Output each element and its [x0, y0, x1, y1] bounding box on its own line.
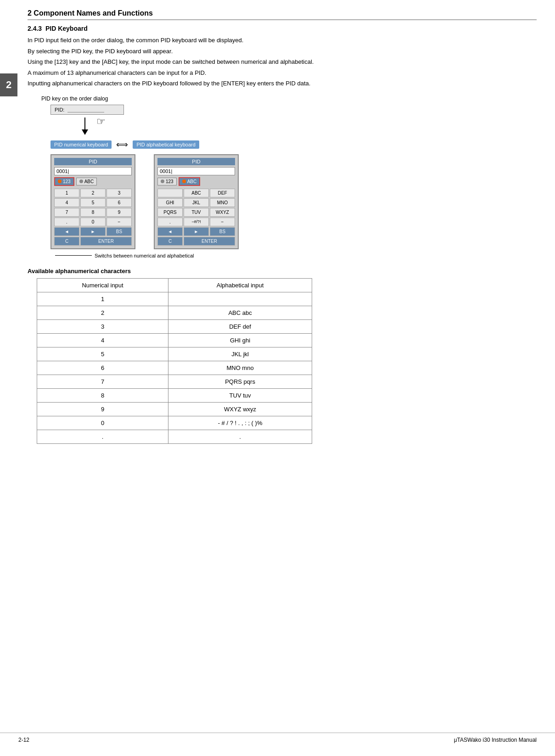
key-9[interactable]: 9	[107, 208, 132, 217]
table-cell-num: 1	[37, 292, 168, 306]
key-left-arrow-alpha[interactable]: ◄	[157, 227, 183, 236]
numerical-keyboard: PID 0001| 123 ABC 1 2	[50, 154, 135, 249]
key-7[interactable]: 7	[54, 208, 79, 217]
key-mno[interactable]: MNO	[210, 198, 235, 207]
alpha-kbd-title: PID	[157, 158, 235, 165]
char-table: Numerical input Alphabetical input 12ABC…	[37, 278, 312, 444]
table-cell-alpha: .	[168, 430, 312, 443]
table-cell-alpha: JKL jkl	[168, 347, 312, 361]
key-empty[interactable]	[157, 189, 183, 197]
key-minus[interactable]: −	[107, 218, 132, 226]
table-cell-num: 7	[37, 375, 168, 388]
key-enter[interactable]: ENTER	[80, 237, 132, 246]
table-cell-num: 4	[37, 333, 168, 347]
table-row: 8TUV tuv	[37, 388, 312, 402]
key-c[interactable]: C	[54, 237, 79, 246]
hand-icon: ☞	[96, 116, 106, 128]
table-cell-num: 0	[37, 416, 168, 430]
key-abc[interactable]: ABC	[184, 189, 209, 197]
key-6[interactable]: 6	[107, 198, 132, 207]
radio-dot-abc-alpha	[182, 179, 186, 183]
col-numerical-header: Numerical input	[37, 278, 168, 292]
radio-dot-123-alpha	[161, 179, 164, 183]
numerical-keys: 1 2 3 4 5 6 7 8 9 . 0 − ◄ ► BS C ENTER	[54, 189, 132, 246]
radio-dot-123	[58, 179, 62, 183]
table-row: 1	[37, 292, 312, 306]
table-cell-alpha: GHI ghi	[168, 333, 312, 347]
key-2[interactable]: 2	[80, 189, 106, 197]
table-cell-num: 9	[37, 402, 168, 416]
alphabetical-keyboard: PID 0001| 123 ABC ABC	[154, 154, 239, 249]
label-alphabetical: PID alphabetical keyboard	[133, 140, 199, 149]
key-enter-alpha[interactable]: ENTER	[184, 237, 235, 246]
table-row: 5JKL jkl	[37, 347, 312, 361]
key-4[interactable]: 4	[54, 198, 79, 207]
numerical-mode-row: 123 ABC	[54, 177, 132, 186]
page-footer: 2-12 μTASWako i30 Instruction Manual	[0, 733, 555, 747]
key-ghi[interactable]: GHI	[157, 198, 183, 207]
key-1[interactable]: 1	[54, 189, 79, 197]
arrow-down-icon	[78, 118, 92, 136]
svg-marker-1	[82, 129, 88, 135]
table-cell-alpha	[168, 292, 312, 306]
key-0[interactable]: 0	[80, 218, 106, 226]
table-cell-num: 5	[37, 347, 168, 361]
table-cell-alpha: MNO mno	[168, 361, 312, 375]
body-para-3: Using the [123] key and the [ABC] key, t…	[28, 57, 537, 67]
keyboard-labels: PID numerical keyboard ⟺ PID alphabetica…	[50, 140, 537, 150]
key-def[interactable]: DEF	[210, 189, 235, 197]
radio-dot-abc	[79, 179, 83, 183]
table-cell-alpha: PQRS pqrs	[168, 375, 312, 388]
table-cell-num: 8	[37, 388, 168, 402]
switch-note: Switchs between numerical and alphabetic…	[55, 253, 537, 258]
table-cell-num: .	[37, 430, 168, 443]
table-cell-alpha: ABC abc	[168, 306, 312, 319]
key-bs[interactable]: BS	[107, 227, 132, 236]
table-row: 2ABC abc	[37, 306, 312, 319]
chapter-tab: 2	[0, 73, 17, 96]
alpha-kbd-input[interactable]: 0001|	[157, 167, 235, 175]
key-dot-alpha[interactable]: .	[157, 218, 183, 226]
col-alpha-header: Alphabetical input	[168, 278, 312, 292]
key-right-arrow[interactable]: ►	[80, 227, 106, 236]
section-title: 2 Component Names and Functions	[28, 9, 537, 20]
table-row: ..	[37, 430, 312, 443]
key-special[interactable]: −#/?!	[184, 218, 209, 226]
numerical-kbd-title: PID	[54, 158, 132, 165]
double-arrow-icon: ⟺	[116, 140, 128, 150]
key-wxyz[interactable]: WXYZ	[210, 208, 235, 217]
diagram-area: PID key on the order dialog PID: ☞ PID n…	[41, 95, 537, 258]
table-row: 9WXYZ wxyz	[37, 402, 312, 416]
body-para-4: A maximum of 13 alphanumerical character…	[28, 68, 537, 78]
order-dialog-box: PID:	[50, 105, 124, 115]
key-c-alpha[interactable]: C	[157, 237, 183, 246]
table-row: 6MNO mno	[37, 361, 312, 375]
key-bs-alpha[interactable]: BS	[210, 227, 235, 236]
key-minus-alpha[interactable]: −	[210, 218, 235, 226]
pid-key-label: PID key on the order dialog	[41, 95, 537, 102]
numerical-kbd-input[interactable]: 0001|	[54, 167, 132, 175]
key-8[interactable]: 8	[80, 208, 106, 217]
table-title: Available alphanumerical characters	[28, 268, 537, 274]
table-cell-num: 6	[37, 361, 168, 375]
body-para-5: Inputting alphanumerical characters on t…	[28, 79, 537, 88]
table-row: 0- # / ? ! . , : ; ( )%	[37, 416, 312, 430]
footer-right: μTASWako i30 Instruction Manual	[454, 737, 537, 743]
body-para-1: In PID input field on the order dialog, …	[28, 36, 537, 45]
table-cell-alpha: DEF def	[168, 319, 312, 333]
key-dot[interactable]: .	[54, 218, 79, 226]
table-row: 7PQRS pqrs	[37, 375, 312, 388]
key-5[interactable]: 5	[80, 198, 106, 207]
mode-123-btn-alpha[interactable]: 123	[157, 178, 177, 185]
mode-abc-btn-alpha[interactable]: ABC	[179, 177, 201, 186]
key-left-arrow[interactable]: ◄	[54, 227, 79, 236]
mode-abc-btn-numerical[interactable]: ABC	[76, 178, 97, 185]
table-cell-alpha: TUV tuv	[168, 388, 312, 402]
key-right-arrow-alpha[interactable]: ►	[184, 227, 209, 236]
key-tuv[interactable]: TUV	[184, 208, 209, 217]
key-jkl[interactable]: JKL	[184, 198, 209, 207]
key-3[interactable]: 3	[107, 189, 132, 197]
mode-123-btn-numerical[interactable]: 123	[54, 177, 74, 186]
key-pqrs[interactable]: PQRS	[157, 208, 183, 217]
table-cell-num: 2	[37, 306, 168, 319]
